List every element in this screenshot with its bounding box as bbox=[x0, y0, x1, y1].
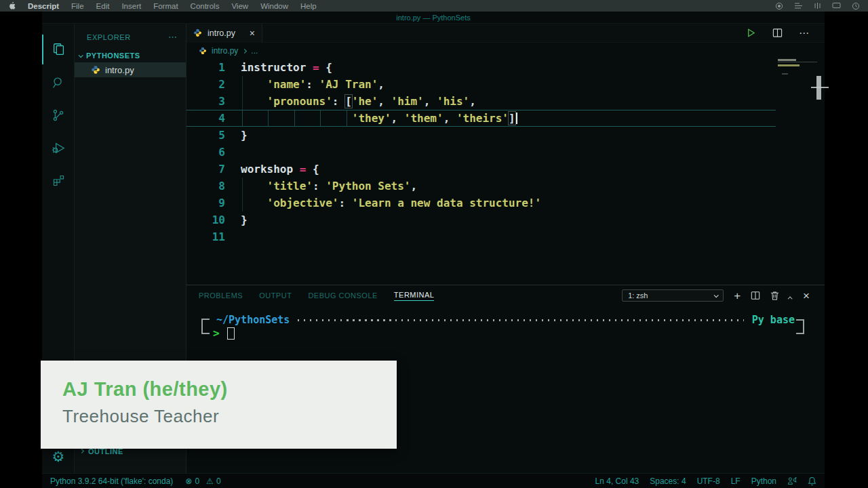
explorer-pane-title: EXPLORER bbox=[87, 33, 131, 41]
editor-group: intro.py × ⋯ intro.py ... 1instructor = … bbox=[186, 24, 825, 285]
list-icon[interactable] bbox=[794, 2, 803, 9]
tab-label: intro.py bbox=[208, 28, 235, 38]
record-icon[interactable] bbox=[775, 2, 783, 10]
menu-view[interactable]: View bbox=[231, 2, 248, 10]
tab-problems[interactable]: PROBLEMS bbox=[199, 291, 243, 300]
panel-header: PROBLEMS OUTPUT DEBUG CONSOLE TERMINAL 1… bbox=[186, 285, 825, 306]
code-line[interactable]: 10} bbox=[186, 211, 825, 228]
code-line[interactable]: 7workshop = { bbox=[186, 161, 825, 178]
status-bar: Python 3.9.2 64-bit ('flake': conda) ⊗ 0… bbox=[42, 473, 825, 488]
soundbars-icon[interactable] bbox=[814, 2, 821, 9]
code-line[interactable]: 1instructor = { bbox=[186, 59, 825, 76]
window-title: intro.py — PythonSets bbox=[42, 12, 825, 24]
menu-window[interactable]: Window bbox=[260, 2, 288, 10]
language-mode-status[interactable]: Python bbox=[751, 476, 776, 486]
terminal-cwd: ~/PythonSets bbox=[216, 314, 290, 326]
editor-more-actions-icon[interactable]: ⋯ bbox=[799, 27, 810, 39]
error-count: 0 bbox=[195, 476, 199, 486]
presenter-name: AJ Tran (he/they) bbox=[62, 378, 397, 401]
menu-status-icons bbox=[775, 2, 860, 10]
file-name: intro.py bbox=[105, 65, 134, 75]
code-line[interactable]: 9 'objective': 'Learn a new data structu… bbox=[186, 195, 825, 211]
breadcrumb[interactable]: intro.py ... bbox=[186, 43, 825, 59]
code-line[interactable]: 2 'name': 'AJ Tran', bbox=[186, 76, 825, 93]
chevron-right-icon bbox=[79, 449, 84, 453]
clock-icon[interactable] bbox=[852, 2, 860, 10]
code-line[interactable]: 11 bbox=[186, 228, 825, 245]
display-icon[interactable] bbox=[832, 2, 841, 9]
code-line[interactable]: 6 bbox=[186, 144, 825, 161]
tab-output[interactable]: OUTPUT bbox=[259, 291, 292, 300]
code-line[interactable]: 3 'pronouns': ['he', 'him', 'his', bbox=[186, 93, 825, 110]
python-file-icon bbox=[199, 47, 207, 55]
split-terminal-icon[interactable] bbox=[751, 291, 760, 300]
tab-close-icon[interactable]: × bbox=[250, 28, 255, 39]
python-interpreter-status[interactable]: Python 3.9.2 64-bit ('flake': conda) bbox=[50, 476, 173, 486]
macos-menu-bar: Descript File Edit Insert Format Control… bbox=[0, 0, 868, 12]
notifications-bell-icon[interactable] bbox=[808, 476, 816, 486]
terminal-cursor bbox=[227, 327, 235, 340]
menu-controls[interactable]: Controls bbox=[191, 2, 220, 10]
explorer-activity-icon[interactable] bbox=[42, 35, 75, 64]
warning-icon: ⚠ bbox=[206, 476, 214, 486]
lower-third-card: AJ Tran (he/they) Treehouse Teacher bbox=[41, 361, 397, 449]
encoding-status[interactable]: UTF-8 bbox=[697, 476, 720, 486]
kill-terminal-trash-icon[interactable] bbox=[770, 291, 779, 300]
prompt-arrow-icon: > bbox=[213, 327, 220, 340]
breadcrumb-more[interactable]: ... bbox=[251, 46, 258, 56]
tab-intro-py[interactable]: intro.py × bbox=[186, 24, 262, 43]
menu-file[interactable]: File bbox=[71, 2, 84, 10]
run-file-icon[interactable] bbox=[746, 28, 756, 38]
prompt-right-bracket bbox=[796, 319, 804, 334]
indentation-status[interactable]: Spaces: 4 bbox=[650, 476, 686, 486]
feedback-icon[interactable] bbox=[787, 476, 797, 485]
split-editor-icon[interactable] bbox=[772, 28, 783, 38]
error-icon: ⊗ bbox=[185, 476, 192, 486]
tab-terminal[interactable]: TERMINAL bbox=[394, 291, 435, 301]
close-panel-icon[interactable]: × bbox=[803, 290, 810, 302]
menu-app-name[interactable]: Descript bbox=[28, 2, 59, 10]
menu-insert[interactable]: Insert bbox=[121, 2, 141, 10]
minimap-line bbox=[782, 73, 788, 75]
explorer-more-actions-icon[interactable]: ⋯ bbox=[168, 32, 178, 42]
problems-status[interactable]: ⊗ 0 ⚠ 0 bbox=[185, 476, 220, 486]
presenter-role: Treehouse Teacher bbox=[62, 406, 397, 427]
terminal-shell-select[interactable]: 1: zsh bbox=[622, 289, 724, 302]
tab-bar: intro.py × ⋯ bbox=[186, 24, 825, 43]
search-icon[interactable] bbox=[42, 68, 75, 98]
settings-gear-icon[interactable]: ⚙ bbox=[42, 446, 75, 468]
python-file-icon bbox=[193, 28, 202, 37]
code-editor[interactable]: 1instructor = {2 'name': 'AJ Tran',3 'pr… bbox=[186, 59, 825, 245]
chevron-down-icon bbox=[79, 53, 83, 58]
code-line[interactable]: 8 'title': 'Python Sets', bbox=[186, 178, 825, 195]
warning-count: 0 bbox=[216, 476, 221, 486]
folder-pythonsets[interactable]: PYTHONSETS bbox=[75, 49, 186, 62]
eol-status[interactable]: LF bbox=[731, 476, 741, 486]
minimap-line bbox=[778, 62, 817, 62]
maximize-panel-icon[interactable] bbox=[789, 291, 793, 301]
chevron-right-icon bbox=[242, 48, 247, 53]
prompt-left-bracket bbox=[201, 319, 210, 334]
minimap-line bbox=[778, 64, 800, 66]
tab-debug-console[interactable]: DEBUG CONSOLE bbox=[308, 291, 377, 300]
new-terminal-icon[interactable]: + bbox=[734, 290, 741, 302]
run-debug-icon[interactable] bbox=[42, 133, 75, 163]
apple-menu-icon[interactable] bbox=[8, 1, 16, 10]
extensions-icon[interactable] bbox=[42, 165, 75, 195]
prompt-dotted-leader bbox=[298, 319, 743, 321]
terminal-env-label: Py base bbox=[752, 314, 795, 326]
menu-edit[interactable]: Edit bbox=[96, 2, 110, 10]
source-control-icon[interactable] bbox=[42, 100, 75, 130]
breadcrumb-file[interactable]: intro.py bbox=[212, 46, 238, 56]
chevron-down-icon bbox=[714, 293, 719, 298]
python-file-icon bbox=[91, 65, 100, 75]
cursor-position-status[interactable]: Ln 4, Col 43 bbox=[595, 476, 639, 486]
screen: Descript File Edit Insert Format Control… bbox=[0, 0, 868, 488]
code-line[interactable]: 5} bbox=[186, 127, 825, 144]
sidebar-file-intro-py[interactable]: intro.py bbox=[75, 62, 186, 77]
menu-format[interactable]: Format bbox=[153, 2, 178, 10]
menu-help[interactable]: Help bbox=[300, 2, 317, 10]
scrollbar-line-marker bbox=[811, 87, 829, 88]
minimap-line bbox=[778, 59, 796, 61]
code-line[interactable]: 4 'they', 'them', 'theirs'] bbox=[186, 110, 776, 127]
